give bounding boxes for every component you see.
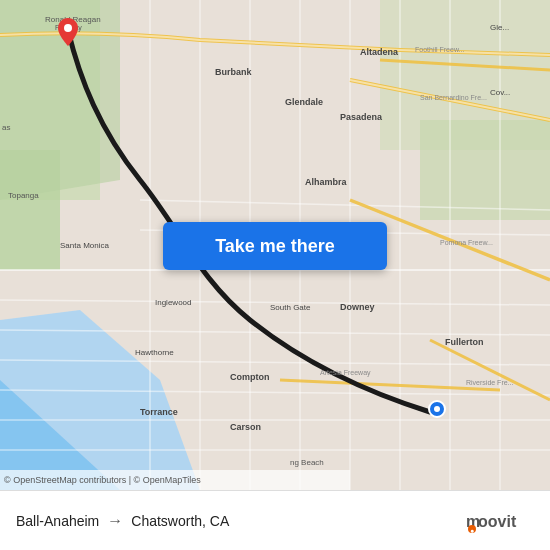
moovit-brand: m oovit ● [464,507,534,535]
svg-text:Pomona Freew...: Pomona Freew... [440,239,493,246]
svg-rect-6 [420,120,550,220]
svg-text:Pasadena: Pasadena [340,112,383,122]
svg-text:Torrance: Torrance [140,407,178,417]
origin-label: Ball-Anaheim [16,513,99,529]
svg-text:Artesia Freeway: Artesia Freeway [320,369,371,377]
svg-text:Carson: Carson [230,422,261,432]
svg-text:Glendale: Glendale [285,97,323,107]
svg-text:San Bernardino Fre...: San Bernardino Fre... [420,94,487,101]
svg-text:Riverside Fre...: Riverside Fre... [466,379,514,386]
svg-text:Downey: Downey [340,302,375,312]
svg-text:Inglewood: Inglewood [155,298,191,307]
svg-text:Compton: Compton [230,372,270,382]
svg-text:oovit: oovit [478,513,517,530]
svg-text:Burbank: Burbank [215,67,253,77]
svg-text:Fullerton: Fullerton [445,337,484,347]
svg-text:●: ● [470,526,474,533]
svg-text:Foothill Freew...: Foothill Freew... [415,46,464,53]
svg-text:Topanga: Topanga [8,191,39,200]
svg-text:Alhambra: Alhambra [305,177,348,187]
svg-text:Santa Monica: Santa Monica [60,241,109,250]
start-pin [58,18,78,50]
take-me-there-button[interactable]: Take me there [163,222,387,270]
svg-point-55 [434,406,440,412]
destination-label: Chatsworth, CA [131,513,229,529]
svg-text:© OpenStreetMap contributors |: © OpenStreetMap contributors | © OpenMap… [4,475,201,485]
end-pin [428,400,446,422]
moovit-logo: m oovit ● [464,507,534,535]
svg-text:Hawthorne: Hawthorne [135,348,174,357]
footer: Ball-Anaheim → Chatsworth, CA m oovit ● [0,490,550,550]
map-container: Ronald Reagan Freeway Burbank Altadena G… [0,0,550,490]
svg-text:as: as [2,123,10,132]
svg-text:Cov...: Cov... [490,88,510,97]
svg-text:ng Beach: ng Beach [290,458,324,467]
svg-text:South Gate: South Gate [270,303,311,312]
route-info: Ball-Anaheim → Chatsworth, CA [16,512,229,530]
footer-left: Ball-Anaheim → Chatsworth, CA [16,512,229,530]
svg-text:Gle...: Gle... [490,23,509,32]
svg-point-53 [64,24,72,32]
svg-text:Altadena: Altadena [360,47,399,57]
arrow-right-icon: → [107,512,123,530]
